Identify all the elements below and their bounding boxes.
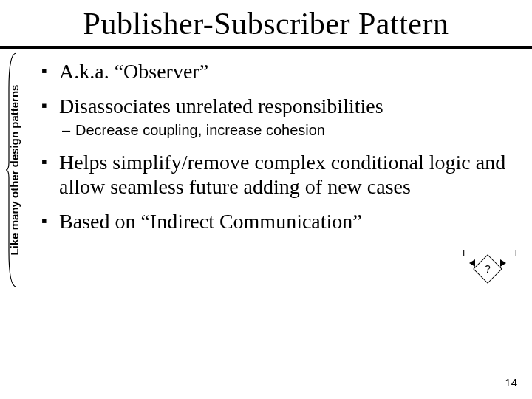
bullet-list: A.k.a. “Observer” Disassociates unrelate… <box>41 59 525 233</box>
bullet-item: Helps simplify/remove complex conditiona… <box>41 150 525 199</box>
bullet-text: Helps simplify/remove complex conditiona… <box>59 151 505 198</box>
bullet-text: A.k.a. “Observer” <box>59 60 208 83</box>
decision-node: ? <box>473 254 502 284</box>
bullet-item: Disassociates unrelated responsibilities… <box>41 94 525 140</box>
decision-true-label: T <box>461 248 466 259</box>
arrow-left-icon <box>469 259 475 267</box>
page-number: 14 <box>505 376 517 389</box>
bullet-text: Disassociates unrelated responsibilities <box>59 95 383 117</box>
bullet-item: Based on “Indirect Communication” <box>41 209 525 233</box>
sub-bullet-list: Decrease coupling, increase cohesion <box>59 121 525 140</box>
decision-node-label: ? <box>485 263 491 275</box>
sub-bullet-item: Decrease coupling, increase cohesion <box>59 121 525 140</box>
decision-false-label: F <box>515 248 520 259</box>
slide-title: Publisher-Subscriber Pattern <box>0 0 532 46</box>
sub-bullet-text: Decrease coupling, increase cohesion <box>75 122 325 138</box>
decision-diagram: T F ? <box>455 248 520 287</box>
bullet-item: A.k.a. “Observer” <box>41 59 525 83</box>
title-divider <box>0 46 532 49</box>
bullet-text: Based on “Indirect Communication” <box>59 210 362 233</box>
arrow-right-icon <box>500 259 506 267</box>
